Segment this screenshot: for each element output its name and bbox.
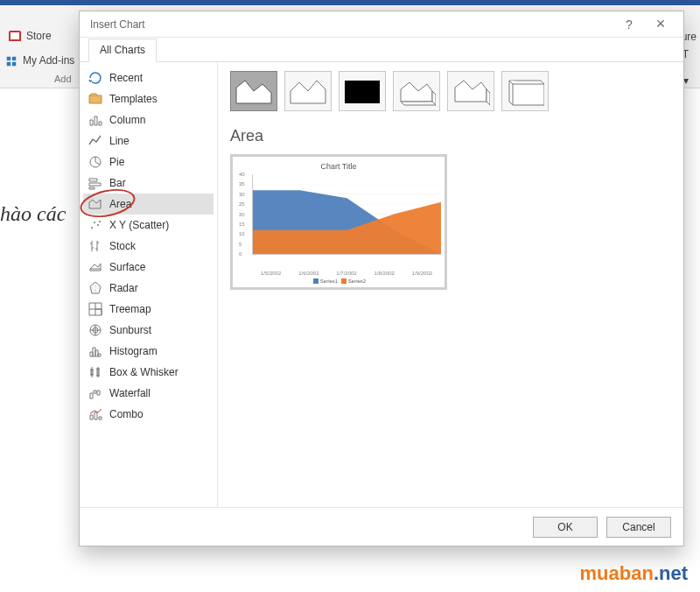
ytick: 40 bbox=[239, 172, 245, 177]
type-label: Waterfall bbox=[109, 387, 150, 399]
legend-label-2: Series2 bbox=[348, 278, 366, 284]
type-item-histogram[interactable]: Histogram bbox=[83, 341, 214, 362]
legend-swatch-1 bbox=[313, 278, 318, 284]
type-label: Recent bbox=[109, 72, 143, 84]
type-item-scatter[interactable]: X Y (Scatter) bbox=[83, 215, 214, 236]
type-item-waterfall[interactable]: Waterfall bbox=[83, 383, 214, 404]
type-item-combo[interactable]: Combo bbox=[83, 404, 214, 425]
pie-icon bbox=[88, 155, 102, 169]
preview-chart-area: 40 35 30 25 20 15 10 5 0 bbox=[236, 174, 441, 271]
type-item-boxwhisker[interactable]: Box & Whisker bbox=[83, 362, 214, 383]
sunburst-icon bbox=[88, 323, 102, 337]
histogram-icon bbox=[88, 344, 102, 358]
ok-button[interactable]: OK bbox=[533, 517, 598, 538]
type-item-pie[interactable]: Pie bbox=[83, 152, 214, 173]
svg-marker-13 bbox=[455, 81, 486, 102]
tab-all-charts[interactable]: All Charts bbox=[88, 39, 157, 62]
type-item-column[interactable]: Column bbox=[83, 109, 214, 130]
ytick: 0 bbox=[239, 251, 242, 257]
type-label: Radar bbox=[109, 282, 138, 294]
legend-swatch-2 bbox=[341, 278, 346, 284]
type-label: X Y (Scatter) bbox=[109, 219, 169, 231]
type-item-templates[interactable]: Templates bbox=[83, 88, 214, 109]
ytick: 20 bbox=[239, 212, 245, 217]
ytick: 25 bbox=[239, 201, 245, 207]
surface-icon bbox=[88, 260, 102, 274]
type-item-line[interactable]: Line bbox=[83, 130, 214, 152]
svg-marker-10 bbox=[401, 82, 432, 102]
type-item-stock[interactable]: Stock bbox=[83, 236, 214, 257]
type-label: Treemap bbox=[109, 303, 151, 315]
ytick: 35 bbox=[239, 181, 245, 187]
scatter-icon bbox=[88, 218, 102, 232]
type-label: Surface bbox=[109, 261, 145, 273]
svg-marker-14 bbox=[486, 89, 490, 105]
bar-icon bbox=[88, 176, 102, 190]
type-label: Stock bbox=[109, 240, 136, 252]
xtick: 1/9/2002 bbox=[403, 271, 441, 276]
combo-icon bbox=[88, 407, 102, 421]
svg-marker-8 bbox=[290, 81, 326, 103]
type-item-treemap[interactable]: Treemap bbox=[83, 299, 214, 320]
addins-icon bbox=[5, 54, 18, 67]
ytick: 10 bbox=[239, 231, 245, 236]
watermark-b: .net bbox=[654, 562, 688, 584]
subtype-heading: Area bbox=[230, 127, 671, 145]
svg-rect-9 bbox=[345, 81, 380, 103]
store-button[interactable]: Store bbox=[9, 30, 52, 42]
type-label: Pie bbox=[109, 156, 124, 168]
subtype-row bbox=[230, 71, 671, 111]
radar-icon bbox=[88, 281, 102, 295]
line-icon bbox=[88, 134, 102, 148]
recent-icon bbox=[88, 71, 102, 85]
preview-svg bbox=[253, 174, 441, 254]
type-label: Templates bbox=[109, 93, 158, 105]
ytick: 30 bbox=[239, 192, 245, 197]
svg-point-3 bbox=[97, 224, 99, 226]
my-addins-button[interactable]: My Add-ins bbox=[5, 54, 74, 67]
cancel-button[interactable]: Cancel bbox=[606, 517, 671, 538]
subtype-3d-stacked-area[interactable] bbox=[447, 71, 494, 111]
type-label: Histogram bbox=[109, 345, 158, 357]
subtype-stacked-area[interactable] bbox=[284, 71, 332, 111]
subtype-3d-area[interactable] bbox=[393, 71, 440, 111]
preview-title: Chart Title bbox=[236, 162, 441, 171]
type-label: Line bbox=[109, 135, 130, 147]
watermark: muaban.net bbox=[580, 562, 688, 585]
dialog-help-button[interactable]: ? bbox=[613, 12, 645, 37]
insert-chart-dialog: Insert Chart ? × All Charts Recent Templ… bbox=[79, 11, 684, 546]
preview-legend: Series1 Series2 bbox=[236, 278, 441, 284]
type-item-surface[interactable]: Surface bbox=[83, 257, 214, 278]
xtick: 1/8/2002 bbox=[366, 271, 403, 276]
type-label: Sunburst bbox=[109, 324, 151, 336]
type-item-recent[interactable]: Recent bbox=[83, 67, 214, 88]
boxwhisker-icon bbox=[88, 365, 102, 379]
store-icon bbox=[9, 31, 21, 41]
chart-subtype-panel: Area Chart Title 40 35 30 25 20 15 10 5 … bbox=[218, 62, 683, 507]
ytick: 15 bbox=[239, 222, 245, 227]
ribbon-group-label: Add bbox=[54, 74, 72, 84]
dialog-tabstrip: All Charts bbox=[80, 38, 683, 62]
column-icon bbox=[88, 113, 102, 127]
subtype-area[interactable] bbox=[230, 71, 277, 111]
svg-marker-11 bbox=[401, 102, 436, 105]
dialog-close-button[interactable]: × bbox=[645, 12, 676, 37]
type-item-area[interactable]: Area bbox=[83, 194, 214, 215]
subtype-100pct-stacked-area[interactable] bbox=[339, 71, 386, 111]
my-addins-label: My Add-ins bbox=[23, 54, 74, 67]
type-label: Column bbox=[109, 114, 145, 126]
subtype-3d-100pct-stacked-area[interactable] bbox=[501, 71, 549, 111]
chart-preview[interactable]: Chart Title 40 35 30 25 20 15 10 5 0 bbox=[230, 154, 447, 290]
type-item-bar[interactable]: Bar bbox=[83, 173, 214, 194]
type-item-sunburst[interactable]: Sunburst bbox=[83, 320, 214, 341]
chart-type-list: Recent Templates Column Line Pie Bar bbox=[80, 62, 218, 507]
type-label: Area bbox=[109, 198, 131, 210]
treemap-icon bbox=[88, 302, 102, 316]
xtick: 1/5/2002 bbox=[252, 271, 290, 276]
svg-point-4 bbox=[99, 221, 101, 222]
dialog-title-bar: Insert Chart ? × bbox=[80, 11, 683, 38]
store-label: Store bbox=[26, 30, 52, 42]
type-item-radar[interactable]: Radar bbox=[83, 278, 214, 299]
svg-point-2 bbox=[94, 222, 95, 223]
preview-plot: 40 35 30 25 20 15 10 5 0 bbox=[252, 174, 441, 255]
